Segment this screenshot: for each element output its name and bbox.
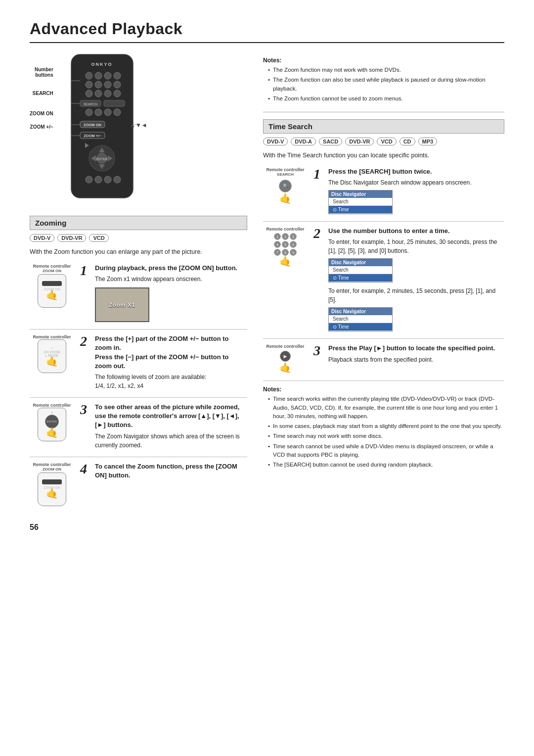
zooming-section-header: Zooming (30, 216, 247, 230)
svg-point-13 (114, 90, 121, 97)
ts-step-2-content: 2 Use the number buttons to enter a time… (313, 227, 504, 331)
zoom-step-2-title: Press the [+] part of the ZOOM +/− butto… (95, 334, 247, 371)
remote-illustration: ONKYO (56, 52, 148, 207)
zoom-levels: 1/4, 1/2, x1, x2, x4 (95, 381, 247, 390)
ts-note-5: The [SEARCH] button cannot be used durin… (268, 461, 504, 469)
ts-step-num-1: 1 (313, 167, 325, 181)
badge-dvd-v: DVD-V (30, 234, 54, 242)
label-zoom-plus-minus: ZOOM +/− (30, 124, 53, 130)
ts-notes-title: Notes: (263, 386, 504, 393)
ts-step-3-title: Press the Play [►] button to locate the … (328, 344, 495, 353)
svg-point-7 (95, 81, 102, 88)
ts-badge-dvdv: DVD-V (263, 138, 288, 145)
remote-diagram: Numberbuttons SEARCH ZOOM ON ZOOM +/− ON… (30, 52, 247, 207)
svg-point-5 (114, 72, 121, 79)
svg-point-19 (104, 109, 111, 116)
zoom-step-3-title: To see other areas of the picture while … (95, 403, 247, 430)
svg-point-36 (104, 176, 111, 183)
svg-point-3 (95, 72, 102, 79)
hand-icon-1: 🤙 (46, 289, 58, 301)
svg-point-9 (114, 81, 121, 88)
ts-step-3-content: 3 Press the Play [►] button to locate th… (313, 344, 504, 364)
zoom-step-3-desc: The Zoom Navigator shows which area of t… (95, 432, 247, 450)
zoom-step-1: Remote controller ZOOM ON ZOOM ON 🤙 1 Du… (30, 264, 247, 322)
ts-step-num-2: 2 (313, 227, 325, 240)
zoom-step-2: Remote controller + CH ZOOML MODE 🤙 2 Pr… (30, 334, 247, 390)
svg-text:ONKYO: ONKYO (91, 62, 112, 67)
time-search-intro: With the Time Search function you can lo… (263, 150, 504, 160)
search-btn-mini: 🔍 (279, 180, 292, 192)
svg-text:ZOOM +/−: ZOOM +/− (84, 134, 101, 138)
zoom-note-2: The Zoom function can also be used while… (268, 76, 504, 93)
label-number-buttons: Numberbuttons (30, 67, 53, 78)
ts-note-1: Time search works within the currently p… (268, 395, 504, 421)
zoom-step-1-desc: The Zoom x1 window appears onscreen. (95, 275, 237, 284)
zoom-step-4-title: To cancel the Zoom function, press the [… (95, 462, 247, 480)
svg-point-8 (104, 81, 111, 88)
ts-note-2: In some cases, playback may start from a… (268, 422, 504, 430)
enter-remote-mini: ▲ ENTER 🤙 (38, 408, 66, 441)
ts-nav-screen-2a: Disc Navigator Search ⊙ Time (328, 258, 393, 283)
svg-point-17 (86, 109, 92, 116)
ts-step-3: Remote controller ► 🤙 3 Press the Play [… (263, 344, 504, 374)
svg-text:ZOOM ON: ZOOM ON (84, 123, 101, 127)
zoom-notes-title: Notes: (263, 57, 504, 64)
zoom-screen: Zoom X1 (95, 287, 149, 322)
hand-icon-2: 🤙 (46, 355, 58, 367)
ts-step-1-desc: The Disc Navigator Search window appears… (328, 178, 471, 187)
svg-point-12 (104, 90, 111, 97)
svg-point-37 (114, 176, 121, 183)
zoom-notes-list: The Zoom function may not work with some… (263, 66, 504, 103)
ts-step-num-3: 3 (313, 344, 325, 358)
step-num-4: 4 (80, 462, 92, 476)
badge-vcd: VCD (89, 234, 108, 242)
svg-point-34 (86, 176, 92, 183)
ts-notes: Notes: Time search works within the curr… (263, 386, 504, 469)
step-num-2: 2 (80, 334, 92, 348)
ts-badge-dvda: DVD-A (291, 138, 316, 145)
ts-nav-screen-2b: Disc Navigator Search ⊙ Time (328, 307, 393, 331)
ts-badge-mp3: MP3 (418, 138, 438, 145)
page-title: Advanced Playback (30, 20, 504, 43)
zoom-step-1-content: 1 During playback, press the [ZOOM ON] b… (80, 264, 247, 322)
zoom-step-4-content: 4 To cancel the Zoom function, press the… (80, 462, 247, 482)
ts-step-1-content: 1 Press the [SEARCH] button twice. The D… (313, 167, 504, 214)
hand-icon-ts2: 🤙 (279, 255, 292, 267)
zoom-step-2-desc: The following levels of zoom are availab… (95, 373, 247, 381)
time-search-title: Time Search (268, 122, 312, 131)
ts-step-3-desc: Playback starts from the specified point… (328, 355, 495, 364)
svg-point-35 (95, 176, 102, 183)
label-search: SEARCH (30, 91, 53, 96)
zoom-step-3: Remote controller ▲ ENTER 🤙 3 To see oth… (30, 403, 247, 450)
ts-step-1-title: Press the [SEARCH] button twice. (328, 167, 471, 176)
zoom-step-4: Remote controller ZOOM ON ZOOM ON 🤙 4 To… (30, 462, 247, 506)
numpad-mini: 1 2 3 4 5 6 7 8 9 (274, 233, 297, 256)
svg-text:▲▼◄: ▲▼◄ (130, 122, 147, 129)
zoom-step-1-title: During playback, press the [ZOOM ON] but… (95, 264, 237, 273)
ts-nav-screen-1: Disc Navigator Search ⊙ Time (328, 190, 393, 214)
zoom-note-3: The Zoom function cannot be used to zoom… (268, 94, 504, 103)
hand-icon-ts1: 🤙 (279, 192, 292, 204)
step-num-3: 3 (80, 403, 92, 417)
ts-notes-list: Time search works within the currently p… (263, 395, 504, 469)
zoom-notes: Notes: The Zoom function may not work wi… (263, 57, 504, 103)
ts-step-2-title: Use the number buttons to enter a time. (328, 227, 504, 236)
zoom-note-1: The Zoom function may not work with some… (268, 66, 504, 74)
remote-labels-left: Numberbuttons SEARCH ZOOM ON ZOOM +/− (30, 52, 56, 130)
hand-icon-4: 🤙 (46, 487, 58, 499)
ts-step-2-controller: Remote controller 1 2 3 4 5 6 7 8 9 🤙 (263, 227, 308, 267)
badge-dvd-vr: DVD-VR (57, 234, 86, 242)
zoom-step-2-controller: Remote controller + CH ZOOML MODE 🤙 (30, 334, 74, 373)
zoom-step-3-controller: Remote controller ▲ ENTER 🤙 (30, 403, 74, 441)
svg-point-20 (114, 109, 121, 116)
zoom-step-3-content: 3 To see other areas of the picture whil… (80, 403, 247, 450)
ts-step-3-controller: Remote controller ► 🤙 (263, 344, 308, 374)
ts-step-1: Remote controller SEARCH 🔍 🤙 1 Press the… (263, 167, 504, 214)
ts-badge-dvdvr: DVD-VR (345, 138, 374, 145)
page-number: 56 (30, 523, 504, 532)
ts-step-1-controller: Remote controller SEARCH 🔍 🤙 (263, 167, 308, 204)
zoom-plus-remote-mini: + CH ZOOML MODE 🤙 (38, 339, 66, 373)
ts-badge-sacd: SACD (319, 138, 342, 145)
ts-step-2-desc1: To enter, for example, 1 hour, 25 minute… (328, 237, 504, 255)
hand-icon-3: 🤙 (46, 426, 58, 438)
